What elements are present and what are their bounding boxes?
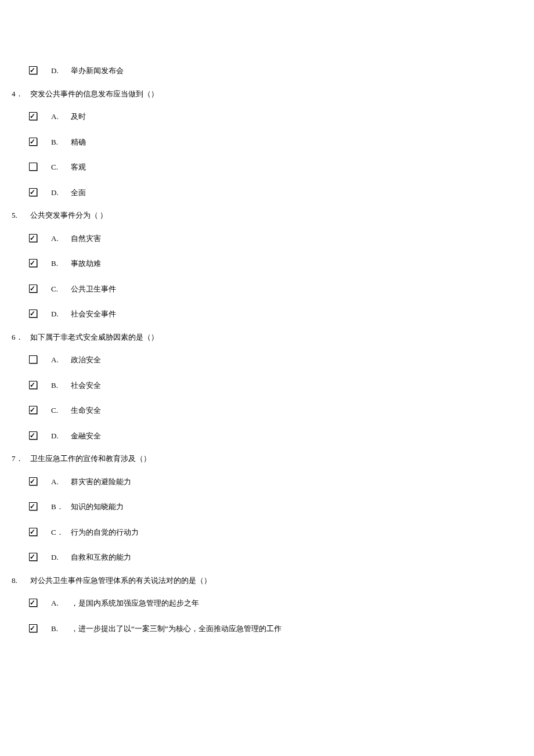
checkbox-icon[interactable] bbox=[29, 285, 37, 293]
option-text: 全面 bbox=[71, 187, 86, 199]
option-row: B.事故劫难 bbox=[12, 251, 522, 276]
question-row: 4．突发公共事件的信息发布应当做到（） bbox=[12, 84, 522, 105]
checkbox-icon[interactable] bbox=[29, 528, 37, 536]
option-row: B.社会安全 bbox=[12, 373, 522, 398]
option-text: 知识的知晓能力 bbox=[71, 501, 124, 513]
question-number: 5. bbox=[12, 210, 28, 221]
checkbox-icon[interactable] bbox=[29, 624, 37, 632]
option-letter: D. bbox=[51, 187, 65, 199]
option-letter: A. bbox=[51, 354, 65, 366]
option-text: 事故劫难 bbox=[71, 258, 101, 269]
option-row: C.客观 bbox=[12, 154, 522, 180]
option-text: 自救和互救的能力 bbox=[71, 552, 131, 563]
question-row: 7． 卫生应急工作的宣传和教育涉及（） bbox=[12, 448, 522, 469]
checkbox-icon[interactable] bbox=[29, 309, 37, 318]
question-text: 公共突发事件分为（ ） bbox=[30, 210, 107, 221]
option-row: C.生命安全 bbox=[12, 398, 522, 423]
checkbox-icon[interactable] bbox=[29, 138, 37, 146]
question-row: 6．如下属于非老式安全威胁因素的是（） bbox=[12, 327, 522, 348]
option-text: 社会安全事件 bbox=[71, 308, 116, 320]
checkbox-icon[interactable] bbox=[29, 163, 37, 171]
option-letter: C. bbox=[51, 405, 65, 416]
checkbox-icon[interactable] bbox=[29, 553, 37, 561]
option-row: D.金融安全 bbox=[12, 423, 522, 449]
option-row: D.举办新闻发布会 bbox=[12, 58, 522, 84]
question-row: 5.公共突发事件分为（ ） bbox=[12, 205, 522, 226]
checkbox-icon[interactable] bbox=[29, 188, 37, 196]
option-letter: D. bbox=[51, 430, 65, 442]
option-letter: A. bbox=[51, 111, 65, 123]
option-row: A.群灾害的避险能力 bbox=[12, 469, 522, 495]
option-letter: C． bbox=[51, 527, 65, 538]
option-text: 自然灾害 bbox=[71, 233, 101, 244]
option-letter: B． bbox=[51, 501, 65, 513]
option-letter: D. bbox=[51, 308, 65, 320]
question-text: 对公共卫生事件应急管理体系的有关说法对的的是（） bbox=[30, 575, 211, 586]
option-text: 公共卫生事件 bbox=[71, 283, 116, 295]
option-text: 精确 bbox=[71, 136, 86, 148]
option-row: B.精确 bbox=[12, 129, 522, 155]
quiz-container: D.举办新闻发布会4．突发公共事件的信息发布应当做到（）A.及时B.精确C.客观… bbox=[12, 58, 522, 641]
option-letter: B. bbox=[51, 258, 65, 269]
option-letter: D. bbox=[51, 552, 65, 563]
option-text: 社会安全 bbox=[71, 380, 101, 391]
question-text: 如下属于非老式安全威胁因素的是（） bbox=[30, 332, 158, 343]
checkbox-icon[interactable] bbox=[29, 477, 37, 485]
checkbox-icon[interactable] bbox=[29, 599, 37, 607]
option-text: ，进一步提出了以“一案三制”为核心，全面推动应急管理的工作 bbox=[71, 623, 282, 635]
question-text: 卫生应急工作的宣传和教育涉及（） bbox=[30, 453, 151, 465]
option-row: D.社会安全事件 bbox=[12, 301, 522, 327]
option-text: ，是国内系统加强应急管理的起步之年 bbox=[71, 597, 199, 609]
option-text: 政治安全 bbox=[71, 354, 101, 366]
option-text: 生命安全 bbox=[71, 405, 101, 416]
option-row: D.自救和互救的能力 bbox=[12, 545, 522, 570]
option-letter: C. bbox=[51, 161, 65, 173]
checkbox-icon[interactable] bbox=[29, 355, 37, 363]
checkbox-icon[interactable] bbox=[29, 112, 37, 120]
option-letter: B. bbox=[51, 380, 65, 391]
option-text: 客观 bbox=[71, 161, 86, 173]
option-row: A.自然灾害 bbox=[12, 226, 522, 251]
question-number: 6． bbox=[12, 332, 28, 343]
option-row: C.公共卫生事件 bbox=[12, 276, 522, 302]
option-text: 及时 bbox=[71, 111, 86, 123]
question-number: 7． bbox=[12, 453, 28, 465]
option-row: B．知识的知晓能力 bbox=[12, 494, 522, 520]
checkbox-icon[interactable] bbox=[29, 259, 37, 267]
option-text: 举办新闻发布会 bbox=[71, 65, 124, 77]
option-letter: A. bbox=[51, 476, 65, 488]
question-number: 4． bbox=[12, 88, 28, 100]
checkbox-icon[interactable] bbox=[29, 431, 37, 440]
question-row: 8. 对公共卫生事件应急管理体系的有关说法对的的是（） bbox=[12, 570, 522, 591]
option-text: 金融安全 bbox=[71, 430, 101, 442]
option-row: D.全面 bbox=[12, 180, 522, 206]
question-number: 8. bbox=[12, 575, 28, 586]
option-row: B.，进一步提出了以“一案三制”为核心，全面推动应急管理的工作 bbox=[12, 616, 522, 642]
option-letter: B. bbox=[51, 136, 65, 148]
checkbox-icon[interactable] bbox=[29, 502, 37, 510]
option-letter: A. bbox=[51, 233, 65, 244]
option-text: 群灾害的避险能力 bbox=[71, 476, 131, 488]
checkbox-icon[interactable] bbox=[29, 381, 37, 389]
option-row: A.，是国内系统加强应急管理的起步之年 bbox=[12, 591, 522, 616]
option-row: A.政治安全 bbox=[12, 347, 522, 373]
option-text: 行为的自觉的行动力 bbox=[71, 527, 139, 538]
option-letter: C. bbox=[51, 283, 65, 295]
checkbox-icon[interactable] bbox=[29, 406, 37, 414]
checkbox-icon[interactable] bbox=[29, 66, 37, 74]
option-letter: D. bbox=[51, 65, 65, 77]
option-row: A.及时 bbox=[12, 104, 522, 129]
option-letter: A. bbox=[51, 597, 65, 609]
question-text: 突发公共事件的信息发布应当做到（） bbox=[30, 88, 158, 100]
option-letter: B. bbox=[51, 623, 65, 635]
option-row: C． 行为的自觉的行动力 bbox=[12, 520, 522, 545]
checkbox-icon[interactable] bbox=[29, 234, 37, 242]
